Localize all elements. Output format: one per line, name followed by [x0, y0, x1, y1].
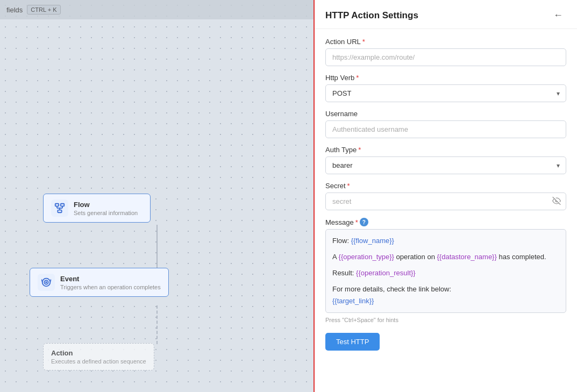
svg-point-9: [46, 282, 47, 283]
message-line2: A {{operation_type}} operation on {{data…: [332, 251, 559, 263]
canvas-header: fields CTRL + K: [0, 0, 314, 19]
flow-node-icon: [51, 199, 68, 217]
settings-title: HTTP Action Settings: [325, 10, 418, 21]
event-node-desc: Triggers when an operation completes: [60, 284, 161, 290]
event-node-icon: [38, 274, 55, 291]
canvas-fields-label: fields: [6, 6, 23, 14]
message-line4-link: {{target_link}}: [332, 295, 559, 307]
test-http-button[interactable]: Test HTTP: [325, 333, 380, 351]
http-verb-group: Http Verb * POST GET PUT PATCH DELETE ▾: [325, 74, 566, 102]
settings-body: Action URL * Http Verb * POST GET PUT PA…: [315, 29, 577, 359]
http-verb-required: *: [356, 74, 359, 82]
connector-flow-event: [156, 225, 158, 268]
secret-label: Secret *: [325, 182, 566, 190]
event-node-title: Event: [60, 275, 161, 283]
message-help-icon[interactable]: ?: [360, 218, 368, 226]
settings-panel: HTTP Action Settings ← Action URL * Http…: [314, 0, 577, 392]
action-url-required: *: [362, 38, 365, 46]
username-group: Username: [325, 110, 566, 138]
action-node-content: Action Executes a defined action sequenc…: [51, 349, 146, 365]
flow-node-content: Flow Sets general information: [74, 201, 138, 216]
message-required: *: [355, 218, 358, 226]
secret-input-wrapper: [325, 193, 566, 210]
event-node-content: Event Triggers when an operation complet…: [60, 275, 161, 290]
message-line3: Result: {{operation_result}}: [332, 267, 559, 279]
svg-rect-1: [61, 204, 64, 206]
message-preview[interactable]: Flow: {{flow_name}} A {{operation_type}}…: [325, 229, 566, 313]
auth-type-group: Auth Type * bearer none basic api_key ▾: [325, 146, 566, 174]
secret-required: *: [347, 182, 350, 190]
http-verb-select-wrapper: POST GET PUT PATCH DELETE ▾: [325, 84, 566, 102]
http-verb-label: Http Verb *: [325, 74, 566, 82]
auth-type-required: *: [358, 146, 361, 154]
event-node[interactable]: Event Triggers when an operation complet…: [30, 268, 169, 297]
svg-rect-2: [58, 210, 61, 213]
action-url-group: Action URL *: [325, 38, 566, 66]
action-node[interactable]: Action Executes a defined action sequenc…: [43, 343, 154, 370]
auth-type-label: Auth Type *: [325, 146, 566, 154]
message-group: Message * ? Flow: {{flow_name}} A {{oper…: [325, 218, 566, 323]
operation-type-var: {{operation_type}}: [339, 253, 394, 261]
message-label: Message * ?: [325, 218, 566, 226]
action-node-title: Action: [51, 349, 146, 357]
connector-event-action: [156, 305, 158, 344]
http-verb-select[interactable]: POST GET PUT PATCH DELETE: [325, 84, 566, 102]
username-label: Username: [325, 110, 566, 118]
target-link-var: {{target_link}}: [332, 297, 374, 305]
auth-type-select[interactable]: bearer none basic api_key: [325, 156, 566, 174]
auth-type-select-wrapper: bearer none basic api_key ▾: [325, 156, 566, 174]
action-node-desc: Executes a defined action sequence: [51, 358, 146, 365]
action-url-input[interactable]: [325, 48, 566, 66]
svg-rect-0: [55, 204, 59, 206]
toggle-secret-visibility-icon[interactable]: [552, 196, 561, 206]
canvas-area: fields CTRL + K Flow Sets general inform…: [0, 0, 314, 392]
settings-header: HTTP Action Settings ←: [315, 0, 577, 29]
flow-node-title: Flow: [74, 201, 138, 209]
action-url-label: Action URL *: [325, 38, 566, 46]
message-hint: Press "Ctrl+Space" for hints: [325, 317, 566, 323]
message-line4: For more details, check the link below:: [332, 283, 559, 295]
secret-input[interactable]: [325, 193, 566, 210]
flow-node[interactable]: Flow Sets general information: [43, 194, 151, 223]
flow-node-desc: Sets general information: [74, 210, 138, 216]
message-line1: Flow: {{flow_name}}: [332, 235, 559, 247]
operation-result-var: {{operation_result}}: [356, 269, 416, 277]
back-button[interactable]: ←: [550, 9, 566, 22]
username-input[interactable]: [325, 120, 566, 138]
keyboard-shortcut-hint: CTRL + K: [27, 5, 60, 15]
secret-group: Secret *: [325, 182, 566, 210]
datastore-name-var: {{datastore_name}}: [437, 253, 496, 261]
flow-name-var: {{flow_name}}: [351, 237, 394, 245]
